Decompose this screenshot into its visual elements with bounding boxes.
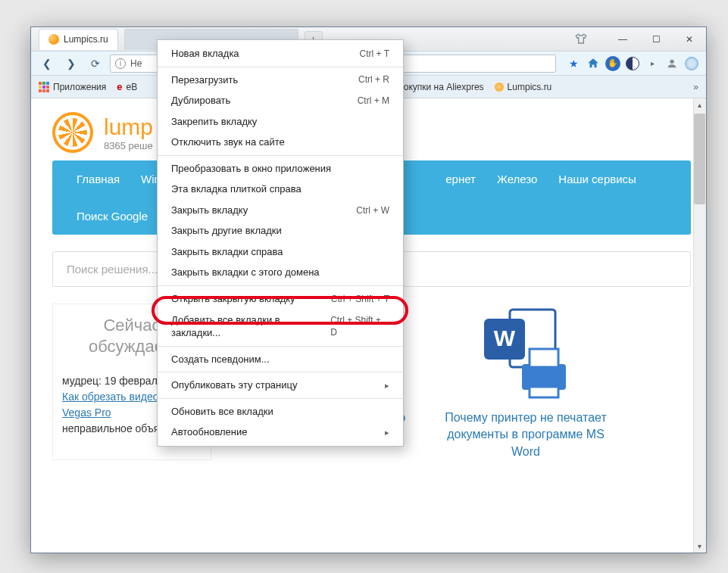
site-logo-icon[interactable] [52,112,93,153]
profile-icon[interactable] [664,55,680,72]
menu-publish[interactable]: Опубликовать эту страницу [158,375,403,396]
site-title: lump [104,114,153,140]
nav-home[interactable]: Главная [66,160,130,198]
scroll-down-arrow-icon[interactable]: ▾ [693,540,706,553]
nav-internet[interactable]: ернет [435,160,486,198]
maximize-button[interactable]: ☐ [639,27,673,51]
bookmark-ali-label: Покупки на Aliexpres [397,82,483,92]
nav-hardware[interactable]: Железо [486,160,548,198]
menu-mute[interactable]: Отключить звук на сайте [158,132,403,153]
menu-close-other[interactable]: Закрыть другие вкладки [158,220,403,241]
bookmark-lumpics-label: Lumpics.ru [508,82,552,92]
menu-reload-all[interactable]: Обновить все вкладки [158,401,403,422]
lumpics-icon [495,83,504,92]
bookmark-apps-label: Приложения [53,82,106,92]
site-info-icon[interactable]: i [115,58,126,69]
window-controls: — ☐ ✕ [606,27,706,51]
vertical-scrollbar[interactable]: ▴ ▾ [693,98,706,553]
theme-toggle-icon[interactable] [624,55,641,72]
card-word-printer[interactable]: W Почему принтер не печатает документы в… [439,304,613,460]
home-icon[interactable] [585,55,601,72]
apps-grid-icon [39,82,49,92]
svg-point-0 [670,59,673,63]
settings-gear-icon[interactable] [683,55,700,72]
bookmark-ebay-label: eB [126,82,137,92]
menu-new-tab[interactable]: Новая вкладкаCtrl + T [158,43,403,64]
menu-close-right[interactable]: Закрыть вкладки справа [158,241,403,263]
bookmark-lumpics[interactable]: Lumpics.ru [495,82,552,92]
menu-duplicate[interactable]: ДублироватьCtrl + M [158,90,403,111]
tshirt-icon[interactable] [573,32,589,47]
menu-create-alias[interactable]: Создать псевдоним... [158,349,403,370]
svg-rect-10 [530,349,558,367]
nav-search-google[interactable]: Поиск Google [66,198,158,235]
minimize-button[interactable]: — [606,27,639,51]
url-text: Не [130,58,142,69]
reload-button[interactable]: ⟳ [86,54,105,73]
tab-title: Lumpics.ru [64,34,108,45]
site-subtitle: 8365 реше [104,140,153,151]
menu-reopen-closed[interactable]: Открыть закрытую вкладкуCtrl + Shift + T [158,288,403,310]
menu-bookmark-all[interactable]: Добавить все вкладки в закладки...Ctrl +… [158,310,403,344]
menu-autoreload[interactable]: Автообновление [158,422,403,443]
bookmark-star-icon[interactable]: ★ [565,55,582,72]
svg-rect-11 [530,387,558,397]
favicon-lumpics-icon [48,34,59,45]
menu-to-app-window[interactable]: Преобразовать в окно приложения [158,158,403,179]
tab-context-menu: Новая вкладкаCtrl + T ПерезагрузитьCtrl … [157,39,404,447]
word-printer-icon: W [476,304,575,402]
more-arrow-icon[interactable]: ▸ [644,55,661,72]
bookmark-ebay[interactable]: e eB [117,81,137,92]
scroll-thumb[interactable] [694,114,705,204]
scroll-up-arrow-icon[interactable]: ▴ [693,98,706,111]
nav-services[interactable]: Наши сервисы [548,160,647,198]
bookmark-apps[interactable]: Приложения [39,82,106,92]
toolbar-right-icons: ★ ✋ ▸ [565,55,700,72]
ebay-icon: e [117,81,122,92]
bookmark-more[interactable]: » [693,82,698,92]
card-title: Почему принтер не печатает документы в п… [439,410,613,460]
menu-tile-right[interactable]: Эта вкладка плиткой справа [158,179,403,200]
menu-close-tab[interactable]: Закрыть вкладкуCtrl + W [158,200,403,221]
svg-text:W: W [494,325,516,350]
back-button[interactable]: ❮ [37,54,57,73]
menu-reload[interactable]: ПерезагрузитьCtrl + R [158,70,403,91]
menu-pin[interactable]: Закрепить вкладку [158,111,403,132]
forward-button[interactable]: ❯ [61,54,81,73]
menu-close-domain[interactable]: Закрыть вкладки с этого домена [158,262,403,283]
close-button[interactable]: ✕ [673,27,706,51]
hand-icon[interactable]: ✋ [605,55,621,72]
tab-active[interactable]: Lumpics.ru [39,29,118,50]
